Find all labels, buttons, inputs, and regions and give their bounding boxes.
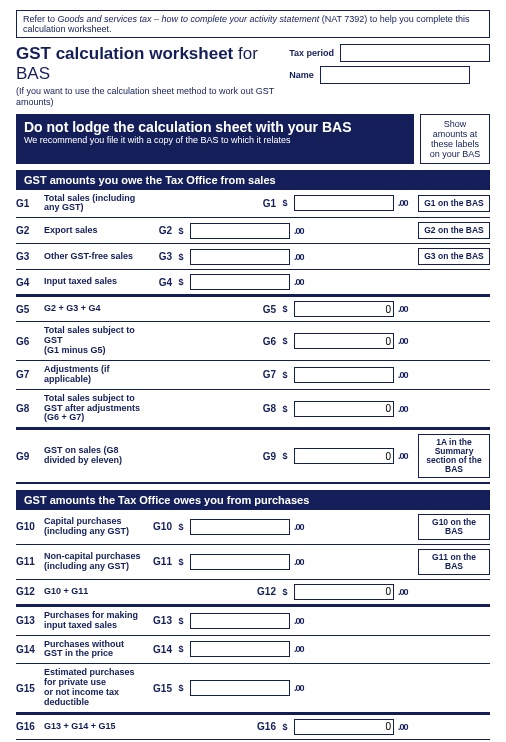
dollar-sign: $ bbox=[280, 336, 290, 346]
row-label: Capital purchases(including any GST) bbox=[44, 517, 142, 537]
field-code: G14 bbox=[146, 644, 172, 655]
row-label: Input taxed sales bbox=[44, 277, 142, 287]
row-g1: G1Total sales (including any GST)G1$.00G… bbox=[16, 190, 490, 218]
cents-suffix: .00 bbox=[294, 557, 310, 567]
row-g4: G4Input taxed salesG4$.00 bbox=[16, 269, 490, 296]
cents-suffix: .00 bbox=[398, 198, 414, 208]
row-g14: G14Purchases without GST in the priceG14… bbox=[16, 635, 490, 664]
row-code: G14 bbox=[16, 644, 40, 655]
cents-suffix: .00 bbox=[294, 252, 310, 262]
row-label: Purchases for making input taxed sales bbox=[44, 611, 142, 631]
name-label: Name bbox=[289, 70, 314, 80]
row-label: Non-capital purchases(including any GST) bbox=[44, 552, 142, 572]
amount-input-g3[interactable] bbox=[190, 249, 290, 265]
field-code: G15 bbox=[146, 683, 172, 694]
row-label: G13 + G14 + G15 bbox=[44, 722, 142, 732]
row-code: G16 bbox=[16, 721, 40, 732]
amount-input-g11[interactable] bbox=[190, 554, 290, 570]
row-g15: G15Estimated purchases for private useor… bbox=[16, 663, 490, 714]
row-label: G10 + G11 bbox=[44, 587, 142, 597]
field-code: G12 bbox=[250, 586, 276, 597]
row-g3: G3Other GST-free salesG3$.00G3 on the BA… bbox=[16, 243, 490, 269]
banner-title: Do not lodge the calculation sheet with … bbox=[24, 119, 406, 135]
row-code: G5 bbox=[16, 304, 40, 315]
amount-input-g16[interactable] bbox=[294, 719, 394, 735]
cents-suffix: .00 bbox=[398, 404, 414, 414]
row-g10: G10Capital purchases(including any GST)G… bbox=[16, 510, 490, 544]
row-g11: G11Non-capital purchases(including any G… bbox=[16, 544, 490, 579]
row-g13: G13Purchases for making input taxed sale… bbox=[16, 606, 490, 635]
field-code: G16 bbox=[250, 721, 276, 732]
row-g7: G7Adjustments (if applicable)G7$.00 bbox=[16, 360, 490, 389]
section-owe-title: GST amounts you owe the Tax Office from … bbox=[16, 170, 490, 190]
amount-input-g2[interactable] bbox=[190, 223, 290, 239]
field-code: G2 bbox=[146, 225, 172, 236]
dollar-sign: $ bbox=[280, 587, 290, 597]
section-owed-title: GST amounts the Tax Office owes you from… bbox=[16, 490, 490, 510]
banner-sub: We recommend you file it with a copy of … bbox=[24, 135, 406, 145]
row-label: G2 + G3 + G4 bbox=[44, 304, 142, 314]
amount-input-g15[interactable] bbox=[190, 680, 290, 696]
cents-suffix: .00 bbox=[294, 522, 310, 532]
row-label: Adjustments (if applicable) bbox=[44, 365, 142, 385]
field-code: G8 bbox=[250, 403, 276, 414]
dollar-sign: $ bbox=[280, 722, 290, 732]
field-code: G7 bbox=[250, 369, 276, 380]
field-code: G9 bbox=[250, 451, 276, 462]
row-label: Purchases without GST in the price bbox=[44, 640, 142, 660]
row-g8: G8Total sales subject to GST after adjus… bbox=[16, 389, 490, 430]
row-label: Total sales subject to GST after adjustm… bbox=[44, 394, 142, 424]
tax-period-label: Tax period bbox=[289, 48, 334, 58]
bas-label: G1 on the BAS bbox=[418, 195, 490, 212]
amount-input-g6[interactable] bbox=[294, 333, 394, 349]
dollar-sign: $ bbox=[176, 226, 186, 236]
row-label: Total sales subject to GST(G1 minus G5) bbox=[44, 326, 142, 356]
cents-suffix: .00 bbox=[398, 370, 414, 380]
row-code: G3 bbox=[16, 251, 40, 262]
dollar-sign: $ bbox=[280, 404, 290, 414]
row-code: G15 bbox=[16, 683, 40, 694]
tax-period-input[interactable] bbox=[340, 44, 490, 62]
dollar-sign: $ bbox=[280, 304, 290, 314]
dollar-sign: $ bbox=[176, 557, 186, 567]
field-code: G13 bbox=[146, 615, 172, 626]
dollar-sign: $ bbox=[176, 252, 186, 262]
row-code: G2 bbox=[16, 225, 40, 236]
cents-suffix: .00 bbox=[398, 722, 414, 732]
row-code: G6 bbox=[16, 336, 40, 347]
cents-suffix: .00 bbox=[294, 616, 310, 626]
amount-input-g14[interactable] bbox=[190, 641, 290, 657]
row-label: Other GST-free sales bbox=[44, 252, 142, 262]
amount-input-g13[interactable] bbox=[190, 613, 290, 629]
amount-input-g8[interactable] bbox=[294, 401, 394, 417]
amount-input-g1[interactable] bbox=[294, 195, 394, 211]
row-g5: G5G2 + G3 + G4G5$.00 bbox=[16, 296, 490, 321]
row-g9: G9GST on sales (G8 divided by eleven)G9$… bbox=[16, 429, 490, 484]
row-code: G8 bbox=[16, 403, 40, 414]
row-code: G13 bbox=[16, 615, 40, 626]
banner: Do not lodge the calculation sheet with … bbox=[16, 114, 414, 164]
row-code: G11 bbox=[16, 556, 40, 567]
row-label: Export sales bbox=[44, 226, 142, 236]
amount-input-g10[interactable] bbox=[190, 519, 290, 535]
field-code: G3 bbox=[146, 251, 172, 262]
cents-suffix: .00 bbox=[398, 451, 414, 461]
row-g2: G2Export salesG2$.00G2 on the BAS bbox=[16, 217, 490, 243]
amount-input-g4[interactable] bbox=[190, 274, 290, 290]
amount-input-g12[interactable] bbox=[294, 584, 394, 600]
row-g6: G6Total sales subject to GST(G1 minus G5… bbox=[16, 321, 490, 360]
row-code: G7 bbox=[16, 369, 40, 380]
amount-input-g9[interactable] bbox=[294, 448, 394, 464]
refer-doc: Goods and services tax – how to complete… bbox=[58, 14, 320, 24]
dollar-sign: $ bbox=[176, 616, 186, 626]
cents-suffix: .00 bbox=[294, 644, 310, 654]
page-subtitle: (If you want to use the calculation shee… bbox=[16, 86, 281, 108]
row-code: G1 bbox=[16, 198, 40, 209]
row-code: G9 bbox=[16, 451, 40, 462]
name-input[interactable] bbox=[320, 66, 470, 84]
cents-suffix: .00 bbox=[398, 304, 414, 314]
field-code: G1 bbox=[250, 198, 276, 209]
amount-input-g5[interactable] bbox=[294, 301, 394, 317]
cents-suffix: .00 bbox=[398, 336, 414, 346]
amount-input-g7[interactable] bbox=[294, 367, 394, 383]
